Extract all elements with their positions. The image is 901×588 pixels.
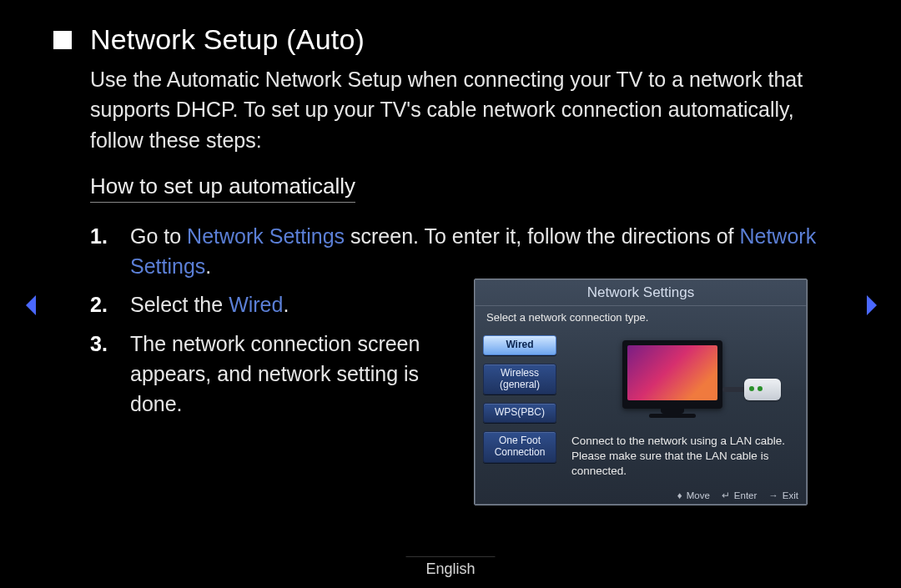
tv-option-detail: Connect to the network using a LAN cable… [565,330,807,482]
step-2-text: Select the Wired. [130,289,289,319]
tv-option-onefoot[interactable]: One Foot Connection [483,431,556,463]
tv-nav-hints: ♦Move ↵Enter →Exit [677,490,798,501]
hint-exit: →Exit [768,490,798,500]
enter-icon: ↵ [722,490,730,501]
hint-move: ♦Move [677,490,710,500]
step-2-highlight: Wired [229,293,283,316]
hint-enter-label: Enter [734,490,758,500]
step-2-text-c: . [283,293,289,316]
tv-option-wired[interactable]: Wired [483,335,556,355]
tv-panel-subtitle: Select a network connection type. [475,306,807,330]
tv-panel-body: Wired Wireless (general) WPS(PBC) One Fo… [475,330,807,482]
step-1-text-c: screen. To enter it, follow the directio… [345,224,739,248]
tv-option-wireless[interactable]: Wireless (general) [483,364,556,395]
step-1-text-e: . [205,254,211,278]
monitor-stand-icon [661,409,684,414]
arrows-icon: ♦ [677,490,682,500]
monitor-screen-icon [627,345,717,400]
tv-illustration [574,337,791,429]
step-1-text-a: Go to [130,224,187,248]
title-row: Network Setup (Auto) [50,23,851,56]
language-footer: English [405,556,495,581]
modem-icon [744,379,781,400]
chevron-left-icon [23,294,40,317]
prev-page-arrow[interactable] [23,294,42,319]
step-2-text-a: Select the [130,293,229,316]
tv-option-wps[interactable]: WPS(PBC) [483,403,556,423]
svg-marker-1 [867,295,877,315]
intro-paragraph: Use the Automatic Network Setup when con… [90,64,851,155]
page-title: Network Setup (Auto) [90,23,365,56]
hint-enter: ↵Enter [722,490,758,501]
hint-move-label: Move [687,490,710,500]
tv-panel-title: Network Settings [475,279,807,306]
tv-settings-panel: Network Settings Select a network connec… [474,279,808,505]
tv-option-list: Wired Wireless (general) WPS(PBC) One Fo… [475,330,565,482]
manual-page: Network Setup (Auto) Use the Automatic N… [0,0,901,588]
monitor-icon [622,340,722,409]
chevron-right-icon [863,294,879,317]
svg-marker-0 [26,295,36,315]
step-1-text: Go to Network Settings screen. To enter … [130,221,851,282]
next-page-arrow[interactable] [863,294,881,319]
exit-icon: → [768,490,778,500]
hint-exit-label: Exit [783,490,798,500]
step-1-highlight-1: Network Settings [187,224,345,248]
bullet-square-icon [53,31,72,49]
step-3-text: The network connection screen appears, a… [130,329,456,420]
subheading: How to set up automatically [90,173,355,203]
step-1: Go to Network Settings screen. To enter … [90,221,851,282]
tv-option-description: Connect to the network using a LAN cable… [568,434,797,480]
